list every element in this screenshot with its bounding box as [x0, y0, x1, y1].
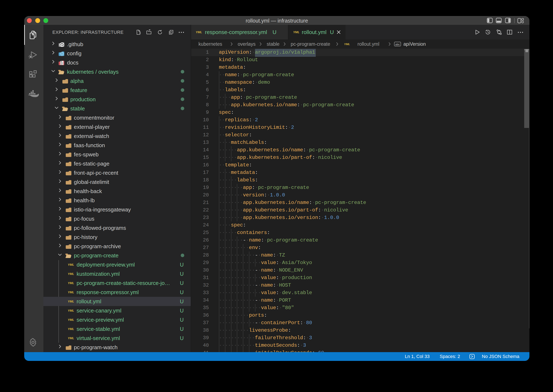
svg-text:YML: YML [68, 281, 74, 285]
svg-text:YML: YML [68, 300, 74, 303]
svg-text:YML: YML [293, 30, 299, 34]
svg-text:YML: YML [68, 309, 74, 312]
svg-text:YML: YML [68, 318, 74, 322]
svg-text:YML: YML [68, 263, 74, 266]
svg-text:YML: YML [344, 42, 350, 46]
svg-text:YML: YML [68, 336, 74, 340]
svg-text:abc: abc [395, 43, 400, 46]
svg-text:YML: YML [196, 30, 202, 34]
svg-text:YML: YML [68, 291, 74, 294]
svg-text:YML: YML [68, 327, 74, 331]
svg-text:YML: YML [68, 272, 74, 275]
